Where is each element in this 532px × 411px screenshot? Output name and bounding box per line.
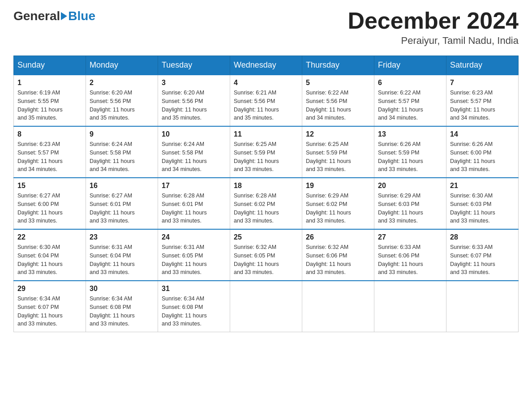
calendar-cell: 20Sunrise: 6:29 AMSunset: 6:03 PMDayligh…	[374, 178, 446, 229]
calendar-cell: 3Sunrise: 6:20 AMSunset: 5:56 PMDaylight…	[158, 75, 230, 126]
logo: General Blue	[13, 9, 95, 23]
day-info: Sunrise: 6:33 AMSunset: 6:07 PMDaylight:…	[450, 243, 515, 277]
calendar-cell: 5Sunrise: 6:22 AMSunset: 5:56 PMDaylight…	[302, 75, 374, 126]
day-number: 31	[162, 285, 226, 293]
col-header-friday: Friday	[374, 56, 446, 75]
calendar-cell: 19Sunrise: 6:29 AMSunset: 6:02 PMDayligh…	[302, 178, 374, 229]
day-info: Sunrise: 6:31 AMSunset: 6:04 PMDaylight:…	[90, 243, 154, 277]
month-title: December 2024	[348, 9, 519, 32]
title-block: December 2024 Peraiyur, Tamil Nadu, Indi…	[348, 9, 519, 47]
week-row-5: 29Sunrise: 6:34 AMSunset: 6:07 PMDayligh…	[14, 281, 519, 332]
day-info: Sunrise: 6:23 AMSunset: 5:57 PMDaylight:…	[17, 140, 82, 174]
day-number: 17	[162, 182, 226, 190]
day-info: Sunrise: 6:34 AMSunset: 6:07 PMDaylight:…	[17, 295, 82, 328]
day-info: Sunrise: 6:34 AMSunset: 6:08 PMDaylight:…	[162, 295, 226, 328]
day-number: 29	[17, 285, 82, 293]
calendar-header-row: SundayMondayTuesdayWednesdayThursdayFrid…	[14, 56, 519, 75]
calendar-cell: 12Sunrise: 6:25 AMSunset: 5:59 PMDayligh…	[302, 126, 374, 178]
day-number: 4	[234, 79, 298, 87]
calendar-cell	[374, 281, 446, 332]
calendar-cell: 29Sunrise: 6:34 AMSunset: 6:07 PMDayligh…	[14, 281, 86, 332]
week-row-1: 1Sunrise: 6:19 AMSunset: 5:55 PMDaylight…	[14, 75, 519, 126]
day-info: Sunrise: 6:23 AMSunset: 5:57 PMDaylight:…	[450, 89, 515, 122]
calendar-cell: 8Sunrise: 6:23 AMSunset: 5:57 PMDaylight…	[14, 126, 86, 178]
logo-blue-text: Blue	[68, 9, 95, 23]
day-info: Sunrise: 6:31 AMSunset: 6:05 PMDaylight:…	[162, 243, 226, 277]
col-header-monday: Monday	[86, 56, 158, 75]
week-row-3: 15Sunrise: 6:27 AMSunset: 6:00 PMDayligh…	[14, 178, 519, 229]
day-number: 27	[378, 233, 442, 241]
calendar-cell: 26Sunrise: 6:32 AMSunset: 6:06 PMDayligh…	[302, 229, 374, 281]
day-info: Sunrise: 6:26 AMSunset: 5:59 PMDaylight:…	[378, 140, 442, 174]
day-info: Sunrise: 6:25 AMSunset: 5:59 PMDaylight:…	[234, 140, 298, 174]
calendar-cell: 17Sunrise: 6:28 AMSunset: 6:01 PMDayligh…	[158, 178, 230, 229]
day-number: 9	[90, 130, 154, 138]
calendar-cell: 16Sunrise: 6:27 AMSunset: 6:01 PMDayligh…	[86, 178, 158, 229]
day-info: Sunrise: 6:29 AMSunset: 6:03 PMDaylight:…	[378, 192, 442, 225]
calendar-cell	[446, 281, 519, 332]
day-info: Sunrise: 6:29 AMSunset: 6:02 PMDaylight:…	[306, 192, 370, 225]
logo-arrow-icon	[61, 12, 67, 20]
calendar-cell: 15Sunrise: 6:27 AMSunset: 6:00 PMDayligh…	[14, 178, 86, 229]
col-header-wednesday: Wednesday	[230, 56, 302, 75]
day-info: Sunrise: 6:34 AMSunset: 6:08 PMDaylight:…	[90, 295, 154, 328]
calendar-cell: 6Sunrise: 6:22 AMSunset: 5:57 PMDaylight…	[374, 75, 446, 126]
calendar-cell: 13Sunrise: 6:26 AMSunset: 5:59 PMDayligh…	[374, 126, 446, 178]
day-number: 24	[162, 233, 226, 241]
day-number: 2	[90, 79, 154, 87]
calendar-cell: 30Sunrise: 6:34 AMSunset: 6:08 PMDayligh…	[86, 281, 158, 332]
day-number: 18	[234, 182, 298, 190]
day-info: Sunrise: 6:22 AMSunset: 5:57 PMDaylight:…	[378, 89, 442, 122]
day-number: 12	[306, 130, 370, 138]
page-header: General Blue December 2024 Peraiyur, Tam…	[13, 9, 519, 47]
day-info: Sunrise: 6:25 AMSunset: 5:59 PMDaylight:…	[306, 140, 370, 174]
day-info: Sunrise: 6:22 AMSunset: 5:56 PMDaylight:…	[306, 89, 370, 122]
day-number: 26	[306, 233, 370, 241]
calendar-cell: 31Sunrise: 6:34 AMSunset: 6:08 PMDayligh…	[158, 281, 230, 332]
calendar-cell: 7Sunrise: 6:23 AMSunset: 5:57 PMDaylight…	[446, 75, 519, 126]
calendar-cell	[302, 281, 374, 332]
day-info: Sunrise: 6:24 AMSunset: 5:58 PMDaylight:…	[90, 140, 154, 174]
calendar-cell	[230, 281, 302, 332]
calendar-cell: 18Sunrise: 6:28 AMSunset: 6:02 PMDayligh…	[230, 178, 302, 229]
day-info: Sunrise: 6:27 AMSunset: 6:01 PMDaylight:…	[90, 192, 154, 225]
day-info: Sunrise: 6:24 AMSunset: 5:58 PMDaylight:…	[162, 140, 226, 174]
day-info: Sunrise: 6:27 AMSunset: 6:00 PMDaylight:…	[17, 192, 82, 225]
day-number: 22	[17, 233, 82, 241]
day-number: 28	[450, 233, 515, 241]
calendar-cell: 23Sunrise: 6:31 AMSunset: 6:04 PMDayligh…	[86, 229, 158, 281]
day-number: 30	[90, 285, 154, 293]
location-title: Peraiyur, Tamil Nadu, India	[348, 35, 519, 47]
calendar-cell: 27Sunrise: 6:33 AMSunset: 6:06 PMDayligh…	[374, 229, 446, 281]
day-info: Sunrise: 6:30 AMSunset: 6:04 PMDaylight:…	[17, 243, 82, 277]
calendar-cell: 24Sunrise: 6:31 AMSunset: 6:05 PMDayligh…	[158, 229, 230, 281]
day-number: 3	[162, 79, 226, 87]
day-info: Sunrise: 6:20 AMSunset: 5:56 PMDaylight:…	[90, 89, 154, 122]
calendar-cell: 1Sunrise: 6:19 AMSunset: 5:55 PMDaylight…	[14, 75, 86, 126]
day-number: 23	[90, 233, 154, 241]
week-row-4: 22Sunrise: 6:30 AMSunset: 6:04 PMDayligh…	[14, 229, 519, 281]
col-header-saturday: Saturday	[446, 56, 519, 75]
day-number: 16	[90, 182, 154, 190]
calendar-cell: 14Sunrise: 6:26 AMSunset: 6:00 PMDayligh…	[446, 126, 519, 178]
day-number: 8	[17, 130, 82, 138]
day-number: 7	[450, 79, 515, 87]
day-info: Sunrise: 6:28 AMSunset: 6:02 PMDaylight:…	[234, 192, 298, 225]
day-number: 14	[450, 130, 515, 138]
day-number: 13	[378, 130, 442, 138]
week-row-2: 8Sunrise: 6:23 AMSunset: 5:57 PMDaylight…	[14, 126, 519, 178]
day-number: 5	[306, 79, 370, 87]
day-number: 6	[378, 79, 442, 87]
col-header-sunday: Sunday	[14, 56, 86, 75]
day-info: Sunrise: 6:33 AMSunset: 6:06 PMDaylight:…	[378, 243, 442, 277]
calendar-cell: 21Sunrise: 6:30 AMSunset: 6:03 PMDayligh…	[446, 178, 519, 229]
day-number: 21	[450, 182, 515, 190]
col-header-tuesday: Tuesday	[158, 56, 230, 75]
calendar-cell: 25Sunrise: 6:32 AMSunset: 6:05 PMDayligh…	[230, 229, 302, 281]
calendar-cell: 9Sunrise: 6:24 AMSunset: 5:58 PMDaylight…	[86, 126, 158, 178]
calendar-cell: 22Sunrise: 6:30 AMSunset: 6:04 PMDayligh…	[14, 229, 86, 281]
calendar-table: SundayMondayTuesdayWednesdayThursdayFrid…	[13, 56, 519, 332]
day-number: 1	[17, 79, 82, 87]
calendar-cell: 11Sunrise: 6:25 AMSunset: 5:59 PMDayligh…	[230, 126, 302, 178]
day-info: Sunrise: 6:19 AMSunset: 5:55 PMDaylight:…	[17, 89, 82, 122]
